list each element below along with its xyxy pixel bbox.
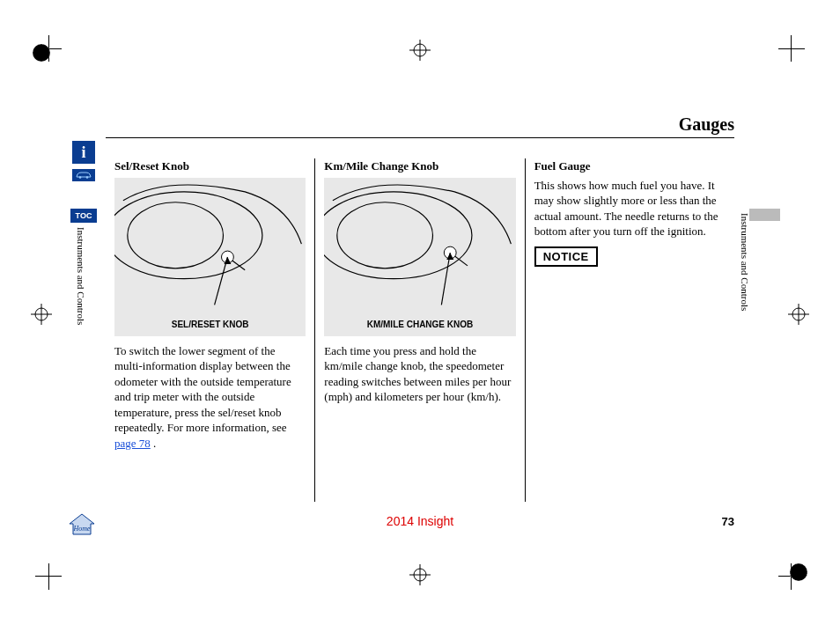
figure-km-mile: KM/MILE CHANGE KNOB — [324, 178, 515, 336]
body-sel-reset: To switch the lower segment of the multi… — [114, 343, 306, 452]
heading-sel-reset: Sel/Reset Knob — [114, 158, 306, 174]
registration-mark-bottom — [409, 564, 431, 585]
svg-point-17 — [86, 176, 89, 179]
heading-fuel-gauge: Fuel Gauge — [534, 158, 726, 174]
page-title: Gauges — [679, 114, 734, 135]
figure-caption-2: KM/MILE CHANGE KNOB — [324, 319, 515, 331]
car-icon — [75, 171, 92, 180]
svg-point-24 — [324, 191, 472, 278]
svg-point-25 — [337, 202, 433, 268]
svg-point-20 — [128, 202, 224, 268]
footer-model: 2014 Insight — [0, 514, 840, 528]
knob-illustration-2 — [324, 178, 515, 336]
toc-label: TOC — [76, 211, 92, 220]
registration-solid-br — [788, 562, 809, 583]
svg-point-16 — [79, 176, 82, 179]
section-label-left: Instruments and Controls — [76, 227, 86, 325]
sidebar-nav: i TOC — [66, 141, 101, 223]
crop-mark-tr — [778, 26, 814, 62]
info-icon: i — [81, 143, 85, 162]
section-tab-right — [749, 209, 780, 221]
svg-point-19 — [114, 191, 262, 278]
page-link-78[interactable]: page 78 — [114, 437, 151, 450]
info-button[interactable]: i — [72, 141, 95, 164]
registration-mark-left — [31, 304, 52, 325]
heading-km-mile: Km/Mile Change Knob — [324, 158, 515, 174]
page-number: 73 — [722, 515, 734, 528]
column-fuel-gauge: Fuel Gauge This shows how much fuel you … — [525, 158, 734, 502]
notice-box: NOTICE — [534, 246, 598, 268]
column-sel-reset: Sel/Reset Knob SEL/RESET KNOB To switch … — [106, 158, 314, 502]
svg-line-22 — [215, 257, 228, 305]
registration-mark-top — [409, 40, 431, 61]
figure-caption-1: SEL/RESET KNOB — [114, 319, 306, 331]
svg-line-27 — [442, 253, 451, 305]
content-columns: Sel/Reset Knob SEL/RESET KNOB To switch … — [106, 158, 734, 502]
registration-mark-right — [788, 304, 809, 325]
crop-mark-bl — [26, 563, 62, 599]
knob-illustration-1 — [114, 178, 306, 336]
column-km-mile: Km/Mile Change Knob KM/MILE CHANGE KNOB … — [314, 158, 524, 502]
body-fuel-gauge: This shows how much fuel you have. It ma… — [534, 178, 726, 239]
header-rule — [106, 137, 734, 138]
section-label-right: Instruments and Controls — [740, 213, 750, 311]
figure-sel-reset: SEL/RESET KNOB — [114, 178, 306, 336]
registration-solid-tl — [31, 42, 52, 63]
car-icon-button[interactable] — [72, 169, 95, 181]
toc-button[interactable]: TOC — [70, 209, 97, 223]
body-km-mile: Each time you press and hold the km/mile… — [324, 343, 515, 405]
